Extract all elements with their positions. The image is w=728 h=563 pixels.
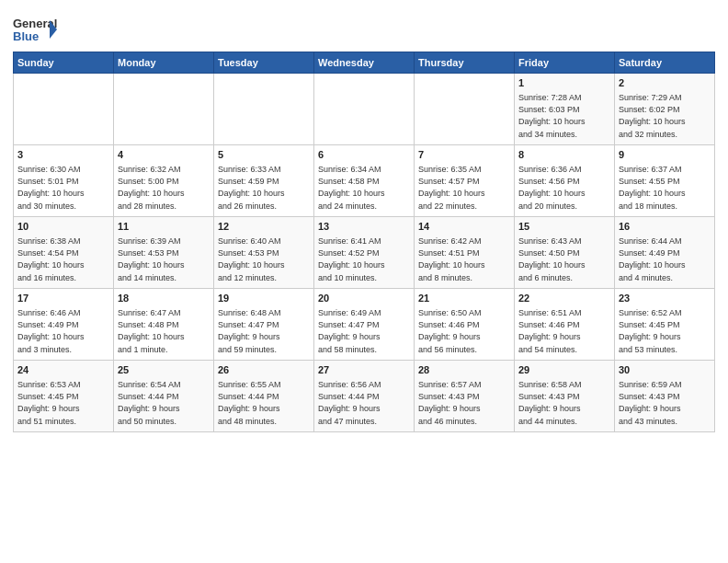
day-info: Sunrise: 6:41 AM Sunset: 4:52 PM Dayligh… (318, 236, 410, 283)
col-header-thursday: Thursday (415, 52, 515, 74)
day-info: Sunrise: 6:54 AM Sunset: 4:44 PM Dayligh… (118, 379, 210, 427)
day-info: Sunrise: 6:51 AM Sunset: 4:46 PM Dayligh… (518, 307, 610, 355)
day-number: 7 (418, 148, 510, 162)
header: GeneralBlue (13, 9, 715, 46)
day-number: 27 (318, 363, 410, 377)
day-cell: 25Sunrise: 6:54 AM Sunset: 4:44 PM Dayli… (114, 361, 214, 432)
day-number: 29 (518, 363, 610, 377)
day-cell (415, 74, 515, 145)
day-info: Sunrise: 6:32 AM Sunset: 5:00 PM Dayligh… (118, 164, 210, 212)
col-header-sunday: Sunday (14, 52, 114, 74)
day-number: 24 (17, 363, 109, 377)
col-header-friday: Friday (515, 52, 615, 74)
day-number: 19 (218, 292, 310, 305)
day-number: 6 (318, 148, 410, 162)
day-info: Sunrise: 6:56 AM Sunset: 4:44 PM Dayligh… (318, 379, 410, 427)
day-info: Sunrise: 6:30 AM Sunset: 5:01 PM Dayligh… (17, 164, 109, 212)
calendar-table: SundayMondayTuesdayWednesdayThursdayFrid… (13, 52, 715, 432)
day-number: 21 (418, 292, 510, 305)
day-number: 9 (619, 148, 711, 162)
week-row-4: 17Sunrise: 6:46 AM Sunset: 4:49 PM Dayli… (14, 289, 715, 361)
week-row-3: 10Sunrise: 6:38 AM Sunset: 4:54 PM Dayli… (14, 217, 715, 289)
day-number: 3 (17, 148, 109, 162)
day-info: Sunrise: 6:50 AM Sunset: 4:46 PM Dayligh… (418, 307, 510, 355)
day-info: Sunrise: 6:58 AM Sunset: 4:43 PM Dayligh… (518, 379, 610, 427)
day-cell: 21Sunrise: 6:50 AM Sunset: 4:46 PM Dayli… (415, 289, 515, 361)
day-number: 1 (518, 76, 610, 90)
day-number: 23 (619, 292, 711, 305)
day-number: 14 (418, 220, 510, 234)
day-info: Sunrise: 6:55 AM Sunset: 4:44 PM Dayligh… (218, 379, 310, 427)
logo-svg: GeneralBlue (13, 13, 59, 46)
day-number: 2 (619, 76, 711, 90)
day-info: Sunrise: 6:34 AM Sunset: 4:58 PM Dayligh… (318, 164, 410, 212)
day-cell: 19Sunrise: 6:48 AM Sunset: 4:47 PM Dayli… (214, 289, 314, 361)
day-info: Sunrise: 6:39 AM Sunset: 4:53 PM Dayligh… (118, 236, 210, 283)
day-cell: 27Sunrise: 6:56 AM Sunset: 4:44 PM Dayli… (314, 361, 415, 432)
day-info: Sunrise: 6:48 AM Sunset: 4:47 PM Dayligh… (218, 307, 310, 355)
day-info: Sunrise: 7:29 AM Sunset: 6:02 PM Dayligh… (619, 92, 711, 140)
day-info: Sunrise: 7:28 AM Sunset: 6:03 PM Dayligh… (518, 92, 610, 140)
day-number: 17 (17, 292, 109, 305)
day-number: 8 (518, 148, 610, 162)
day-number: 20 (318, 292, 410, 305)
day-number: 4 (118, 148, 210, 162)
day-info: Sunrise: 6:40 AM Sunset: 4:53 PM Dayligh… (218, 236, 310, 283)
day-cell: 11Sunrise: 6:39 AM Sunset: 4:53 PM Dayli… (114, 217, 214, 289)
svg-text:Blue: Blue (13, 29, 39, 43)
day-cell: 15Sunrise: 6:43 AM Sunset: 4:50 PM Dayli… (515, 217, 615, 289)
day-cell: 26Sunrise: 6:55 AM Sunset: 4:44 PM Dayli… (214, 361, 314, 432)
day-info: Sunrise: 6:42 AM Sunset: 4:51 PM Dayligh… (418, 236, 510, 283)
day-cell: 10Sunrise: 6:38 AM Sunset: 4:54 PM Dayli… (14, 217, 114, 289)
day-cell: 1Sunrise: 7:28 AM Sunset: 6:03 PM Daylig… (515, 74, 615, 145)
day-number: 22 (518, 292, 610, 305)
week-row-2: 3Sunrise: 6:30 AM Sunset: 5:01 PM Daylig… (14, 145, 715, 217)
day-cell: 6Sunrise: 6:34 AM Sunset: 4:58 PM Daylig… (314, 145, 415, 217)
day-cell: 30Sunrise: 6:59 AM Sunset: 4:43 PM Dayli… (615, 361, 715, 432)
day-info: Sunrise: 6:44 AM Sunset: 4:49 PM Dayligh… (619, 236, 711, 283)
day-cell (14, 74, 114, 145)
day-cell: 29Sunrise: 6:58 AM Sunset: 4:43 PM Dayli… (515, 361, 615, 432)
day-cell (214, 74, 314, 145)
day-number: 30 (619, 363, 711, 377)
day-cell: 4Sunrise: 6:32 AM Sunset: 5:00 PM Daylig… (114, 145, 214, 217)
day-cell: 7Sunrise: 6:35 AM Sunset: 4:57 PM Daylig… (415, 145, 515, 217)
header-row: SundayMondayTuesdayWednesdayThursdayFrid… (14, 52, 715, 74)
day-number: 25 (118, 363, 210, 377)
day-number: 12 (218, 220, 310, 234)
day-info: Sunrise: 6:47 AM Sunset: 4:48 PM Dayligh… (118, 307, 210, 355)
day-cell: 12Sunrise: 6:40 AM Sunset: 4:53 PM Dayli… (214, 217, 314, 289)
day-cell: 5Sunrise: 6:33 AM Sunset: 4:59 PM Daylig… (214, 145, 314, 217)
day-cell: 17Sunrise: 6:46 AM Sunset: 4:49 PM Dayli… (14, 289, 114, 361)
day-cell: 24Sunrise: 6:53 AM Sunset: 4:45 PM Dayli… (14, 361, 114, 432)
day-cell: 16Sunrise: 6:44 AM Sunset: 4:49 PM Dayli… (615, 217, 715, 289)
day-number: 15 (518, 220, 610, 234)
day-number: 26 (218, 363, 310, 377)
day-info: Sunrise: 6:43 AM Sunset: 4:50 PM Dayligh… (518, 236, 610, 283)
day-cell: 18Sunrise: 6:47 AM Sunset: 4:48 PM Dayli… (114, 289, 214, 361)
day-info: Sunrise: 6:49 AM Sunset: 4:47 PM Dayligh… (318, 307, 410, 355)
day-cell: 8Sunrise: 6:36 AM Sunset: 4:56 PM Daylig… (515, 145, 615, 217)
week-row-1: 1Sunrise: 7:28 AM Sunset: 6:03 PM Daylig… (14, 74, 715, 145)
day-info: Sunrise: 6:33 AM Sunset: 4:59 PM Dayligh… (218, 164, 310, 212)
logo: GeneralBlue (13, 13, 59, 46)
day-cell: 28Sunrise: 6:57 AM Sunset: 4:43 PM Dayli… (415, 361, 515, 432)
day-cell (314, 74, 415, 145)
day-info: Sunrise: 6:38 AM Sunset: 4:54 PM Dayligh… (17, 236, 109, 283)
week-row-5: 24Sunrise: 6:53 AM Sunset: 4:45 PM Dayli… (14, 361, 715, 432)
day-info: Sunrise: 6:59 AM Sunset: 4:43 PM Dayligh… (619, 379, 711, 427)
day-info: Sunrise: 6:52 AM Sunset: 4:45 PM Dayligh… (619, 307, 711, 355)
day-number: 10 (17, 220, 109, 234)
col-header-wednesday: Wednesday (314, 52, 415, 74)
day-info: Sunrise: 6:57 AM Sunset: 4:43 PM Dayligh… (418, 379, 510, 427)
day-info: Sunrise: 6:35 AM Sunset: 4:57 PM Dayligh… (418, 164, 510, 212)
day-number: 5 (218, 148, 310, 162)
day-cell: 20Sunrise: 6:49 AM Sunset: 4:47 PM Dayli… (314, 289, 415, 361)
day-cell: 14Sunrise: 6:42 AM Sunset: 4:51 PM Dayli… (415, 217, 515, 289)
col-header-saturday: Saturday (615, 52, 715, 74)
day-cell: 13Sunrise: 6:41 AM Sunset: 4:52 PM Dayli… (314, 217, 415, 289)
day-info: Sunrise: 6:46 AM Sunset: 4:49 PM Dayligh… (17, 307, 109, 355)
day-number: 16 (619, 220, 711, 234)
col-header-tuesday: Tuesday (214, 52, 314, 74)
day-cell: 2Sunrise: 7:29 AM Sunset: 6:02 PM Daylig… (615, 74, 715, 145)
